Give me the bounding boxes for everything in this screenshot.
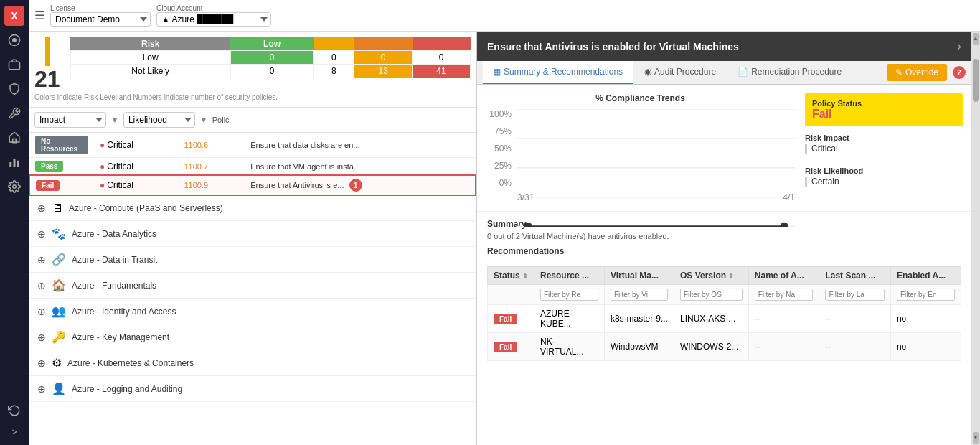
- risk-table: Risk Low Low 0: [70, 37, 471, 78]
- tab-audit[interactable]: ◉ Audit Procedure: [634, 61, 726, 84]
- filter-os[interactable]: [680, 289, 743, 301]
- category-icon-analytics: 🐾: [52, 227, 66, 240]
- recommendations-heading: Recommendations: [487, 246, 961, 256]
- table-row[interactable]: Fail AZURE-KUBE... k8s-master-9... LINUX…: [488, 305, 961, 333]
- risk-number: 21: [34, 67, 60, 90]
- expand-icon: ⊕: [37, 228, 46, 240]
- risk-likelihood-value: Certain: [805, 177, 963, 187]
- tab-summary-label: Summary & Recommendations: [504, 67, 623, 77]
- table-row[interactable]: Pass ●Critical 1100.7 Ensure that VM age…: [29, 158, 476, 176]
- category-icon-keys: 🔑: [52, 330, 66, 344]
- category-transit[interactable]: ⊕ 🔗 Azure - Data in Transit: [29, 247, 476, 273]
- category-keys[interactable]: ⊕ 🔑 Azure - Key Management: [29, 324, 476, 350]
- sidebar-expand[interactable]: >: [4, 425, 24, 439]
- main-content: ☰ License Document Demo Cloud Account ▲ …: [29, 0, 980, 445]
- row-status-badge: Fail: [494, 342, 517, 352]
- category-label: Azure - Compute (PaaS and Serverless): [69, 203, 223, 213]
- sidebar-item-gear[interactable]: [4, 177, 24, 197]
- table-row[interactable]: Fail NK-VIRTUAL... WindowsVM WINDOWS-2..…: [488, 333, 961, 361]
- category-fundamentals[interactable]: ⊕ 🏠 Azure - Fundamentals: [29, 273, 476, 299]
- tab-summary[interactable]: ▦ Summary & Recommendations: [483, 61, 633, 84]
- impact-filter[interactable]: Impact: [34, 112, 106, 128]
- scroll-thumb[interactable]: [973, 59, 979, 102]
- sidebar-item-history[interactable]: [4, 400, 24, 421]
- svg-point-1: [12, 38, 17, 42]
- right-panel-inner: % Compliance Trends 100% 75% 50% 25% 0%: [477, 85, 971, 445]
- summary-text: 0 out of 2 Virtual Machine(s) have antiv…: [487, 232, 961, 240]
- tab-remediation[interactable]: 📄 Remediation Procedure: [727, 61, 852, 84]
- y-label-75: 75%: [486, 126, 512, 136]
- sidebar-item-chart[interactable]: [4, 152, 24, 172]
- right-scrollbar[interactable]: ▲ ▼: [971, 32, 980, 445]
- y-label-100: 100%: [486, 109, 512, 119]
- x-label-331: 3/31: [517, 192, 534, 202]
- col-os-version[interactable]: OS Version ⇕: [674, 267, 749, 285]
- hamburger-menu[interactable]: ☰: [34, 9, 44, 22]
- category-kubernetes[interactable]: ⊕ ⚙ Azure - Kubernetes & Containers: [29, 350, 476, 376]
- audit-tab-icon: ◉: [644, 67, 651, 77]
- filter-enabled[interactable]: [897, 289, 955, 301]
- col-virtual-ma[interactable]: Virtual Ma...: [604, 267, 674, 285]
- policy-status-label: Policy Status: [812, 99, 956, 108]
- cloud-select[interactable]: ▲ Azure ██████: [156, 12, 271, 27]
- remediation-tab-icon: 📄: [738, 67, 748, 77]
- right-panel-title: Ensure that Antivirus is enabled for Vir…: [487, 41, 957, 52]
- svg-rect-2: [9, 62, 20, 70]
- sidebar-item-briefcase[interactable]: [4, 55, 24, 75]
- top-bar: ☰ License Document Demo Cloud Account ▲ …: [29, 0, 980, 32]
- svg-rect-5: [14, 159, 16, 167]
- license-select[interactable]: Document Demo: [50, 12, 151, 27]
- category-identity[interactable]: ⊕ 👥 Azure - Identity and Access: [29, 299, 476, 324]
- col-status[interactable]: Status ⇕: [488, 267, 534, 285]
- category-label: Azure - Fundamentals: [72, 281, 156, 291]
- col-last-scan[interactable]: Last Scan ...: [819, 267, 891, 285]
- summary-tab-icon: ▦: [493, 67, 501, 77]
- table-row[interactable]: No Resources ●Critical 1100.6 Ensure tha…: [29, 133, 476, 158]
- sidebar-item-bank[interactable]: [4, 128, 24, 148]
- status-badge: Pass: [35, 161, 63, 172]
- svg-point-15: [780, 222, 788, 227]
- expand-icon: ⊕: [37, 306, 46, 317]
- left-panel: 21 Risk Low: [29, 32, 477, 445]
- category-icon-identity: 👥: [52, 304, 66, 318]
- right-nav-arrow[interactable]: ›: [957, 39, 961, 54]
- risk-likelihood-label: Risk Likelihood: [805, 167, 963, 175]
- filter-name[interactable]: [755, 289, 814, 301]
- y-label-25: 25%: [486, 161, 512, 171]
- likelihood-filter[interactable]: Likelihood: [123, 112, 195, 128]
- override-badge: 2: [953, 66, 966, 79]
- override-button[interactable]: ✎ Override: [887, 64, 947, 81]
- col-resource[interactable]: Resource ...: [534, 267, 605, 285]
- y-label-0: 0%: [486, 178, 512, 188]
- license-section: License Document Demo: [50, 4, 151, 27]
- category-compute[interactable]: ⊕ 🖥 Azure - Compute (PaaS and Serverless…: [29, 196, 476, 221]
- category-logging[interactable]: ⊕ 👤 Azure - Logging and Auditing: [29, 376, 476, 402]
- sidebar-item-wrench[interactable]: [4, 103, 24, 123]
- col-enabled-a[interactable]: Enabled A...: [890, 267, 961, 285]
- table-row-highlighted[interactable]: Fail ●Critical 1100.9 Ensure that Antivi…: [29, 175, 476, 195]
- category-analytics[interactable]: ⊕ 🐾 Azure - Data Analytics: [29, 221, 476, 247]
- sidebar-item-dashboard[interactable]: [4, 30, 24, 50]
- sidebar-item-shield[interactable]: [4, 79, 24, 99]
- category-icon-logging: 👤: [52, 382, 66, 395]
- policy-status-value: Fail: [812, 108, 956, 121]
- right-panel: Ensure that Antivirus is enabled for Vir…: [477, 32, 971, 445]
- category-icon-compute: 🖥: [52, 202, 63, 215]
- badge-count: 1: [349, 179, 362, 192]
- filter-virtual[interactable]: [611, 289, 668, 301]
- risk-impact-label: Risk Impact: [805, 134, 963, 142]
- filter-last-scan[interactable]: [825, 289, 885, 301]
- category-label: Azure - Identity and Access: [72, 306, 176, 317]
- col-name-of-a[interactable]: Name of A...: [748, 267, 819, 285]
- category-icon-kubernetes: ⚙: [52, 356, 62, 370]
- expand-icon: ⊕: [37, 254, 46, 266]
- edit-icon: ✎: [895, 67, 903, 78]
- policy-status-box: Policy Status Fail: [805, 93, 963, 126]
- svg-rect-6: [17, 161, 19, 167]
- app-logo[interactable]: X: [4, 6, 24, 26]
- expand-icon: ⊕: [37, 332, 46, 343]
- filter-resource[interactable]: [540, 289, 598, 301]
- data-table: Status ⇕ Resource ... Virtual Ma... OS V…: [487, 266, 961, 361]
- risk-col-header: Risk: [70, 37, 230, 51]
- category-icon-fundamentals: 🏠: [52, 278, 66, 292]
